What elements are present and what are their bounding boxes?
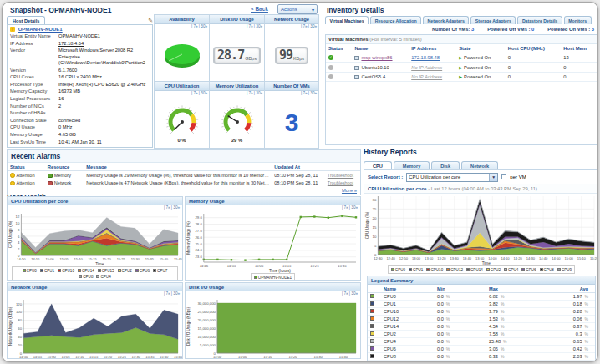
svg-text:10: 10: [16, 221, 20, 225]
vm-name-link[interactable]: CentOS5.4: [361, 74, 385, 79]
vms-range-links[interactable]: | 7» | 30»: [265, 91, 318, 97]
svg-text:15:20: 15:20: [288, 355, 297, 359]
svg-text:13:20: 13:20: [437, 256, 446, 260]
svg-text:15:35: 15:35: [145, 257, 155, 261]
svg-text:15:30: 15:30: [131, 355, 140, 359]
troubleshoot-link[interactable]: Troubleshoot: [328, 173, 353, 178]
report-select[interactable]: CPU Utilization per core ▼: [406, 173, 498, 182]
field-label: Virtual Entity Name: [10, 33, 58, 39]
vm-column-header: Name: [352, 44, 409, 53]
chart-legend-item: OPMANHV-NODE1: [254, 275, 292, 281]
entity-link[interactable]: OPMANHV-NODE1: [18, 27, 63, 32]
legend-summary-panel: Legend Summary NameMinMaxAvg CPU0 0.0% 6…: [367, 276, 596, 362]
svg-text:15:35: 15:35: [338, 264, 347, 268]
chart-legend-item: CPU12: [446, 267, 463, 273]
svg-text:CPU Usage (%): CPU Usage (%): [365, 211, 369, 239]
disk-io-range-links[interactable]: | 7» | 30»: [210, 24, 264, 30]
field-label: Memory Capacity: [10, 88, 58, 94]
field-label: Last SysUp Time: [10, 139, 58, 145]
tab-network-adapters[interactable]: Network Adapters: [423, 16, 469, 24]
svg-text:15:25: 15:25: [310, 264, 319, 268]
vm-host-mem: 0: [561, 63, 598, 72]
network-range-links[interactable]: | 7» | 30»: [265, 24, 318, 30]
history-tab-cpu[interactable]: CPU: [364, 161, 392, 169]
field-value: connected: [58, 118, 150, 124]
field-label: Processor Type: [10, 82, 58, 88]
memory-chart-range-links[interactable]: | 7» | 30»: [186, 205, 360, 211]
vm-status-icon: [328, 65, 333, 70]
memory-usage-legend: OPMANHV-NODE1: [186, 273, 360, 281]
host-field-row: CPU Usage0 MHz: [10, 124, 150, 132]
vm-icon: [354, 66, 359, 70]
svg-text:6: 6: [18, 235, 20, 239]
series-avg: 0.42%: [550, 346, 595, 353]
series-color-swatch: [370, 309, 374, 313]
host-field-row: VendorMicrosoft Windows Server 2008 R2 E…: [10, 48, 150, 67]
network-chart-range-links[interactable]: | 7» | 30»: [8, 291, 182, 297]
alarm-column-header: Message: [84, 163, 272, 171]
field-value: 16373 MB: [58, 88, 150, 94]
tab-host-details[interactable]: Host Details: [7, 16, 45, 24]
vm-ip-link[interactable]: 172.18.98.48: [411, 55, 440, 60]
actions-dropdown[interactable]: Actions ▾: [277, 4, 318, 14]
field-label: Number of NICs: [10, 104, 58, 109]
vm-name-link[interactable]: msp-winxpx86: [361, 55, 392, 60]
chart-legend-item: CPU0: [23, 268, 37, 274]
vm-count-summary: Powered On VMs : 3: [547, 27, 594, 32]
attention-icon: [10, 181, 15, 186]
availability-range-links[interactable]: | 7» | 30»: [155, 24, 209, 30]
disk-io-unit: GBps: [245, 56, 257, 61]
inventory-details-title: Inventory Details: [327, 6, 384, 14]
alarm-updated-at: 08:10 PM Sep 28, 11: [272, 171, 325, 179]
legend-summary-row: CPU10 0.0% 3.79% 0.28%: [368, 308, 595, 316]
series-color-swatch: [370, 324, 374, 328]
svg-text:15:35: 15:35: [145, 355, 155, 359]
series-avg: 1.97%: [550, 293, 595, 301]
edit-icon[interactable]: ✎: [148, 18, 153, 24]
network-unit: KBps: [293, 56, 304, 61]
network-usage-header: Network Usage: [8, 283, 182, 291]
tab-storage-adapters[interactable]: Storage Adapters: [470, 16, 516, 24]
series-max: 1.53%: [486, 316, 550, 323]
cpu-chart-range-links[interactable]: | 7» | 30»: [8, 205, 182, 211]
history-tab-network[interactable]: Network: [461, 161, 498, 169]
legend-summary-row: CPU0 0.0% 6.82% 1.97%: [368, 293, 595, 301]
tab-virtual-machines[interactable]: Virtual Machines: [325, 16, 369, 24]
svg-text:14:55: 14:55: [33, 355, 43, 359]
troubleshoot-link[interactable]: Troubleshoot: [328, 180, 353, 185]
memory-range-links[interactable]: | 7» | 30»: [210, 91, 264, 97]
series-min: 0.0%: [435, 353, 486, 361]
vm-table-title: Virtual Machines: [328, 37, 369, 42]
tab-monitors[interactable]: Monitors: [564, 16, 592, 24]
tab-resource-allocation[interactable]: Resource Allocation: [370, 16, 421, 24]
vm-host-cpu: 0: [506, 53, 562, 63]
field-value: 0 MHz: [58, 124, 150, 130]
series-color-swatch: [370, 361, 374, 362]
history-tab-disk[interactable]: Disk: [431, 161, 460, 169]
legend-summary-row: CPU14 0.0% 4.54% 0.37%: [368, 323, 595, 331]
cpu-range-links[interactable]: | 7» | 30»: [155, 91, 209, 97]
per-vm-checkbox[interactable]: [501, 174, 506, 179]
vm-name-link[interactable]: Ubuntu10.10: [361, 65, 389, 70]
series-min: 0.0%: [435, 331, 486, 338]
history-tab-memory[interactable]: Memory: [394, 161, 430, 169]
vm-column-header: IP Address: [409, 44, 456, 53]
tab-datastore-details[interactable]: Datastore Details: [517, 16, 562, 24]
memory-utilization-panel: Memory Utilization | 7» | 30» 29 %: [209, 81, 265, 149]
series-avg: 0.11%: [550, 361, 595, 363]
network-value: 99: [279, 50, 292, 61]
memory-utilization-title: Memory Utilization: [210, 82, 264, 91]
series-max: 8.33%: [486, 353, 550, 361]
field-value[interactable]: 172.18.4.64: [58, 41, 150, 47]
svg-text:15:40: 15:40: [160, 355, 169, 359]
cpu-utilization-title: CPU Utilization: [155, 82, 209, 91]
disk-chart-range-links[interactable]: | 7» | 30»: [186, 291, 360, 297]
more-alarms-link[interactable]: More »: [342, 188, 357, 193]
back-link[interactable]: « Back: [251, 6, 268, 12]
svg-text:30: 30: [373, 198, 377, 202]
series-max: 3.79%: [486, 308, 550, 316]
inventory-section: Virtual MachinesResource AllocationNetwo…: [325, 14, 598, 148]
field-label: Memory Usage: [10, 132, 58, 138]
host-field-row: Last SysUp Time10:41 AM Jan 30, 11: [10, 139, 150, 146]
svg-text:25.0: 25.0: [195, 242, 202, 246]
